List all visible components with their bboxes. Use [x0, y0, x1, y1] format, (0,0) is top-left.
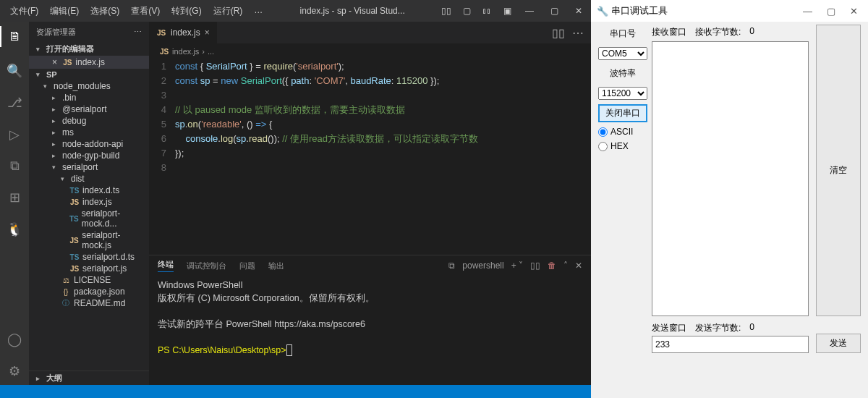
more-icon[interactable]: ⋯	[134, 27, 142, 37]
status-bar[interactable]	[0, 385, 591, 398]
tree-file[interactable]: ⓘREADME.md	[29, 297, 149, 309]
sidebar-title: 资源管理器	[36, 27, 76, 38]
outline-header[interactable]: ▸大纲	[29, 371, 149, 385]
tree-folder[interactable]: ▸debug	[29, 115, 149, 127]
minimize-icon[interactable]: —	[803, 6, 812, 17]
serial-title: 串口调试工具	[611, 4, 668, 17]
project-header[interactable]: ▾SP	[29, 69, 149, 80]
clear-button[interactable]: 清空	[816, 25, 861, 316]
shell-name[interactable]: powershell	[462, 261, 503, 271]
file-tree: ▾node_modules ▸.bin ▸@serialport ▸debug …	[29, 80, 149, 371]
terminal-panel: 终端 调试控制台 问题 输出 ⧉ powershell + ˅ ▯▯ 🗑 ˄ ✕…	[149, 255, 591, 385]
close-icon[interactable]: ✕	[575, 261, 582, 271]
line-numbers: 12345678	[149, 59, 175, 255]
send-input[interactable]	[652, 336, 809, 353]
tree-file[interactable]: ⚖LICENSE	[29, 274, 149, 286]
close-icon[interactable]: ✕	[850, 6, 858, 17]
port-select[interactable]: COM5	[598, 47, 647, 60]
menu-view[interactable]: 查看(V)	[125, 5, 166, 17]
tree-file[interactable]: TSserialport.d.ts	[29, 251, 149, 263]
tree-file[interactable]: TSindex.d.ts	[29, 185, 149, 196]
menu-file[interactable]: 文件(F)	[4, 5, 44, 17]
editor-tab[interactable]: JS index.js ×	[149, 22, 217, 43]
debug-icon[interactable]: ▷	[9, 127, 20, 143]
serial-controls: 串口号 COM5 波特率 115200 关闭串口 ASCII HEX	[598, 25, 647, 316]
serial-app-icon: 🔧	[597, 6, 608, 17]
recv-bytes-label: 接收字节数:	[695, 26, 741, 38]
trash-icon[interactable]: 🗑	[548, 261, 556, 271]
explorer-icon[interactable]: 🗎	[0, 26, 29, 47]
close-icon[interactable]: ×	[205, 27, 210, 38]
remote-icon[interactable]: ⧉	[10, 158, 20, 174]
more-icon[interactable]: ⋯	[572, 26, 584, 40]
minimize-icon[interactable]: —	[517, 6, 542, 16]
window-controls: — ▢ ✕	[517, 6, 591, 16]
baud-label: 波特率	[598, 64, 647, 82]
split-terminal-icon[interactable]: ▯▯	[530, 261, 540, 271]
tab-label: index.js	[171, 27, 200, 38]
tree-file[interactable]: JSserialport-mock.js	[29, 229, 149, 251]
open-editor-file[interactable]: × JSindex.js	[29, 56, 149, 69]
sidebar-header: 资源管理器 ⋯	[29, 22, 149, 42]
sidebar: 资源管理器 ⋯ ▾打开的编辑器 × JSindex.js ▾SP ▾node_m…	[29, 22, 149, 385]
account-icon[interactable]: ◯	[7, 331, 22, 347]
shell-icon[interactable]: ⧉	[448, 261, 455, 271]
chevron-up-icon[interactable]: ˄	[563, 261, 568, 271]
js-icon: JS	[159, 48, 169, 56]
menu-run[interactable]: 运行(R)	[208, 5, 249, 17]
git-icon[interactable]: ⎇	[7, 95, 22, 111]
send-bytes-label: 发送字节数:	[695, 322, 741, 334]
tab-output[interactable]: 输出	[268, 261, 284, 271]
maximize-icon[interactable]: ▢	[827, 6, 835, 17]
tab-terminal[interactable]: 终端	[158, 259, 174, 272]
gear-icon[interactable]: ⚙	[9, 363, 20, 379]
layout-icon[interactable]: ▢	[456, 6, 477, 16]
close-port-button[interactable]: 关闭串口	[598, 104, 647, 122]
tree-folder[interactable]: ▸node-addon-api	[29, 138, 149, 150]
terminal-output[interactable]: Windows PowerShell 版权所有 (C) Microsoft Co…	[149, 276, 591, 385]
receive-textbox[interactable]	[652, 41, 809, 316]
menu-goto[interactable]: 转到(G)	[166, 5, 207, 17]
send-bytes-value: 0	[749, 322, 754, 334]
tree-file[interactable]: JSserialport.js	[29, 263, 149, 274]
tree-folder[interactable]: ▸node-gyp-build	[29, 150, 149, 161]
menu-edit[interactable]: 编辑(E)	[44, 5, 85, 17]
receive-area: 接收窗口 接收字节数: 0	[652, 25, 809, 316]
tab-problems[interactable]: 问题	[239, 261, 255, 271]
tree-folder[interactable]: ▾dist	[29, 173, 149, 185]
maximize-icon[interactable]: ▢	[542, 6, 566, 16]
tux-icon[interactable]: 🐧	[7, 221, 22, 237]
open-editors-header[interactable]: ▾打开的编辑器	[29, 42, 149, 56]
tree-folder[interactable]: ▾serialport	[29, 161, 149, 173]
tree-folder[interactable]: ▸ms	[29, 127, 149, 138]
editor-tabs: JS index.js × ▯▯ ⋯	[149, 22, 591, 43]
split-icon[interactable]: ▯▯	[552, 26, 565, 40]
layout-icon[interactable]: ⫾⫾	[477, 6, 497, 16]
extensions-icon[interactable]: ⊞	[9, 190, 20, 206]
code-content[interactable]: const { SerialPort } = require('serialpo…	[175, 59, 591, 255]
tree-folder[interactable]: ▸@serialport	[29, 103, 149, 115]
close-icon[interactable]: ✕	[566, 6, 591, 16]
tree-folder[interactable]: ▾node_modules	[29, 80, 149, 92]
tree-file[interactable]: JSindex.js	[29, 196, 149, 208]
recv-window-label: 接收窗口	[652, 26, 686, 38]
tree-file[interactable]: TSserialport-mock.d...	[29, 208, 149, 229]
hex-radio[interactable]: HEX	[598, 141, 647, 151]
layout-icon[interactable]: ▣	[497, 6, 517, 16]
menu-more[interactable]: …	[248, 5, 268, 17]
search-icon[interactable]: 🔍	[7, 63, 22, 79]
tree-folder[interactable]: ▸.bin	[29, 92, 149, 103]
send-button[interactable]: 发送	[816, 334, 861, 353]
baud-select[interactable]: 115200	[598, 87, 647, 100]
tab-debug-console[interactable]: 调试控制台	[187, 261, 226, 271]
add-terminal-icon[interactable]: + ˅	[511, 261, 523, 271]
code-editor[interactable]: 12345678 const { SerialPort } = require(…	[149, 59, 591, 255]
ascii-radio[interactable]: ASCII	[598, 127, 647, 137]
layout-icon[interactable]: ▯▯	[436, 6, 456, 16]
menu-select[interactable]: 选择(S)	[85, 5, 125, 17]
serial-titlebar: 🔧 串口调试工具 — ▢ ✕	[591, 0, 868, 22]
tree-file[interactable]: {}package.json	[29, 286, 149, 297]
breadcrumb[interactable]: JS index.js › ...	[149, 43, 591, 59]
menu-bar: 文件(F) 编辑(E) 选择(S) 查看(V) 转到(G) 运行(R) …	[0, 5, 268, 17]
panel-tabs: 终端 调试控制台 问题 输出 ⧉ powershell + ˅ ▯▯ 🗑 ˄ ✕	[149, 255, 591, 276]
